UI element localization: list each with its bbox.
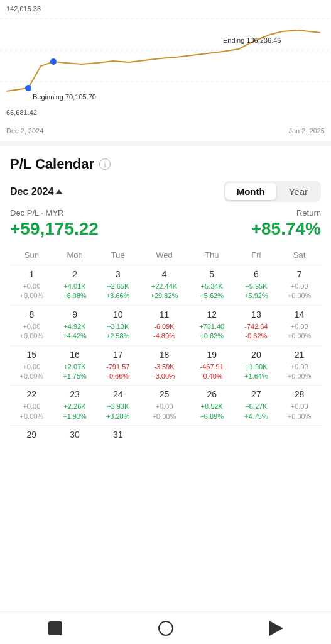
weekday-header-cell: Tue [96, 248, 139, 265]
day-pl-percent: +0.00% [11, 412, 52, 421]
day-number: 19 [190, 350, 234, 360]
calendar-day-cell: 24+3.93K+3.28% [96, 386, 139, 426]
pl-right: Return +85.74% [251, 208, 321, 239]
day-pl-values: -6.09K-4.89% [141, 322, 188, 341]
toggle-row: Dec 2024 Month Year [10, 181, 321, 202]
chart-mid-dot [50, 58, 57, 65]
day-pl-amount: -791.57 [97, 362, 138, 372]
day-pl-values: +2.65K+3.66% [97, 282, 138, 301]
nav-home-icon[interactable] [48, 621, 62, 635]
day-pl-values: +0.00+0.00% [11, 282, 52, 301]
calendar-day-cell: 12+731.40+0.62% [189, 305, 235, 345]
day-pl-percent: -0.40% [190, 372, 234, 381]
month-selector[interactable]: Dec 2024 [10, 186, 62, 197]
day-pl-values: +2.26K+1.93% [55, 402, 95, 421]
day-pl-percent: +0.00% [11, 331, 52, 341]
month-toggle-button[interactable]: Month [225, 183, 276, 200]
day-number: 26 [190, 389, 234, 399]
day-pl-amount: +22.44K [141, 282, 188, 291]
calendar-day-cell: 16+2.07K+1.75% [53, 345, 97, 386]
weekday-header-cell: Mon [53, 248, 97, 265]
day-pl-amount: +5.34K [190, 282, 234, 291]
chart-dates: Dec 2, 2024 Jan 2, 2025 [6, 127, 325, 135]
day-number: 18 [141, 350, 188, 360]
weekday-header-cell: Wed [139, 248, 189, 265]
chart-svg: Beginning 70,105.70 Ending 136,206.46 [0, 0, 331, 116]
day-number: 4 [141, 269, 188, 279]
day-number: 8 [11, 309, 52, 319]
calendar-day-cell: 31 [96, 426, 139, 447]
day-number: 14 [279, 309, 320, 319]
day-pl-values: +0.00+0.00% [141, 402, 188, 421]
calendar-day-cell [278, 426, 321, 447]
day-pl-percent: +0.00% [11, 372, 52, 381]
calendar-day-cell: 5+5.34K+5.62% [189, 265, 235, 306]
pl-calendar-section: P/L Calendar i Dec 2024 Month Year Dec P… [0, 156, 331, 484]
day-pl-amount: +0.00 [11, 362, 52, 372]
day-pl-percent: +5.92% [236, 291, 277, 301]
pl-left: Dec P/L · MYR +59,175.22 [10, 208, 99, 239]
day-number: 22 [11, 389, 52, 399]
day-pl-amount: +2.65K [97, 282, 138, 291]
day-pl-percent: +0.00% [279, 331, 320, 341]
calendar-day-cell: 30 [53, 426, 97, 447]
day-number: 3 [97, 269, 138, 279]
day-pl-values: +2.07K+1.75% [55, 362, 95, 382]
day-pl-amount: +6.27K [236, 402, 277, 411]
nav-back-icon[interactable] [269, 621, 283, 636]
chart-date-end: Jan 2, 2025 [289, 127, 325, 135]
calendar-day-cell [235, 426, 278, 447]
day-pl-amount: +0.00 [279, 282, 320, 291]
day-number: 27 [236, 389, 277, 399]
info-icon[interactable]: i [99, 158, 111, 170]
pl-label: Dec P/L · MYR [10, 208, 99, 218]
day-number: 2 [55, 269, 95, 279]
day-pl-percent: -0.62% [236, 331, 277, 341]
day-pl-amount: +4.01K [55, 282, 95, 291]
day-pl-values: -3.59K-3.00% [141, 362, 188, 382]
calendar-day-cell: 19-467.91-0.40% [189, 345, 235, 386]
day-pl-values: -742.64-0.62% [236, 322, 277, 341]
calendar-day-cell: 15+0.00+0.00% [10, 345, 53, 386]
day-pl-percent: +0.62% [190, 331, 234, 341]
day-pl-percent: -0.66% [97, 372, 138, 381]
weekday-header-row: SunMonTueWedThuFriSat [10, 248, 321, 265]
day-number: 1 [11, 269, 52, 279]
calendar-body: 1+0.00+0.00%2+4.01K+6.08%3+2.65K+3.66%4+… [10, 265, 321, 447]
return-value: +85.74% [251, 219, 321, 239]
day-pl-percent: +1.93% [55, 412, 95, 421]
pl-value: +59,175.22 [10, 219, 99, 239]
day-pl-values: +0.00+0.00% [279, 362, 320, 382]
year-toggle-button[interactable]: Year [278, 183, 319, 200]
weekday-header-cell: Thu [189, 248, 235, 265]
nav-camera-icon[interactable] [158, 621, 173, 636]
day-pl-values: +0.00+0.00% [279, 402, 320, 421]
calendar-day-cell: 27+6.27K+4.75% [235, 386, 278, 426]
calendar-day-cell: 28+0.00+0.00% [278, 386, 321, 426]
day-number: 25 [141, 389, 188, 399]
day-pl-values: +8.52K+6.89% [190, 402, 234, 421]
day-pl-percent: +6.89% [190, 412, 234, 421]
day-pl-values: -467.91-0.40% [190, 362, 234, 382]
calendar-day-cell: 18-3.59K-3.00% [139, 345, 189, 386]
day-pl-amount: +0.00 [141, 402, 188, 411]
day-pl-amount: +0.00 [11, 322, 52, 331]
day-pl-percent: +29.82% [141, 291, 188, 301]
day-number: 30 [55, 430, 95, 440]
chart-start-dot [25, 85, 31, 91]
pl-title-row: P/L Calendar i [10, 156, 321, 172]
chart-section: 142,015.38 66,681.42 Beginning 70,105.70… [0, 0, 331, 141]
day-pl-amount: +0.00 [279, 322, 320, 331]
calendar-day-cell: 26+8.52K+6.89% [189, 386, 235, 426]
bottom-nav [0, 611, 331, 644]
weekday-header-cell: Sat [278, 248, 321, 265]
day-pl-amount: +2.26K [55, 402, 95, 411]
day-pl-amount: +0.00 [279, 402, 320, 411]
day-pl-percent: +0.00% [11, 291, 52, 301]
calendar-day-cell [189, 426, 235, 447]
calendar-week-row: 1+0.00+0.00%2+4.01K+6.08%3+2.65K+3.66%4+… [10, 265, 321, 306]
day-pl-percent: +0.00% [141, 412, 188, 421]
day-number: 11 [141, 309, 188, 319]
day-pl-values: +1.90K+1.64% [236, 362, 277, 382]
day-number: 5 [190, 269, 234, 279]
